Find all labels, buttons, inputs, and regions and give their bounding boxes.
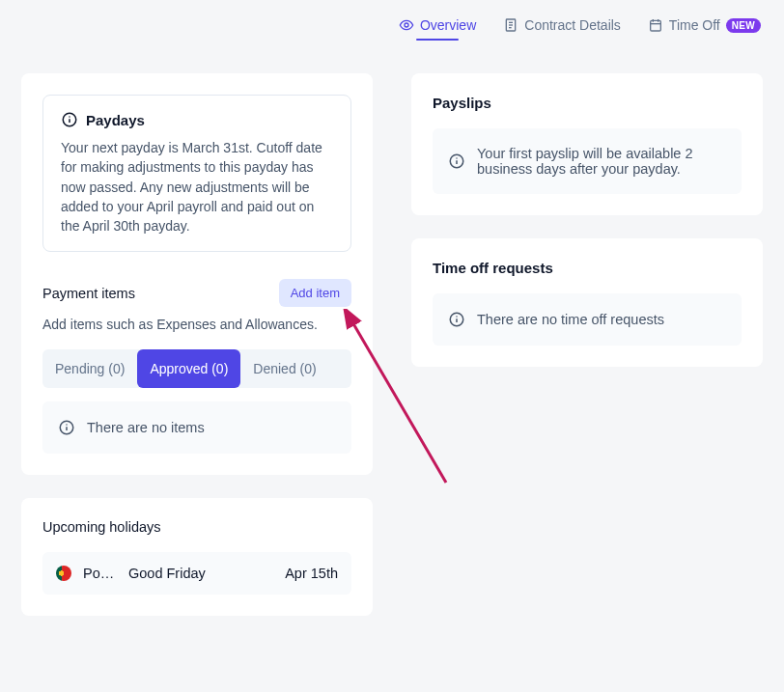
timeoff-title: Time off requests xyxy=(433,260,742,276)
info-icon xyxy=(448,311,465,328)
timeoff-empty: There are no time off requests xyxy=(433,293,742,346)
tab-time-off[interactable]: Time Off NEW xyxy=(648,17,761,44)
paydays-notice-head: Paydays xyxy=(61,111,333,128)
holidays-card: Upcoming holidays Por… Good Friday Apr 1… xyxy=(21,498,373,616)
tab-overview[interactable]: Overview xyxy=(399,17,476,44)
calendar-icon xyxy=(648,17,663,33)
tab-contract-details[interactable]: Contract Details xyxy=(503,17,621,44)
paydays-body: Your next payday is March 31st. Cutoff d… xyxy=(61,138,333,235)
tab-timeoff-label: Time Off xyxy=(669,17,720,33)
pill-denied[interactable]: Denied (0) xyxy=(240,349,328,388)
document-icon xyxy=(503,17,518,33)
paydays-title: Paydays xyxy=(86,112,145,128)
info-icon xyxy=(61,111,78,128)
pill-approved[interactable]: Approved (0) xyxy=(137,349,240,388)
page-body: Paydays Your next payday is March 31st. … xyxy=(0,44,784,639)
info-icon xyxy=(448,152,465,170)
tab-contract-label: Contract Details xyxy=(524,17,621,33)
paydays-and-items-card: Paydays Your next payday is March 31st. … xyxy=(21,73,373,475)
top-tabs: Overview Contract Details Time Off NEW xyxy=(0,0,784,44)
payment-items-empty: There are no items xyxy=(42,401,351,454)
left-column: Paydays Your next payday is March 31st. … xyxy=(21,73,373,639)
portugal-flag-icon xyxy=(56,566,71,581)
holiday-row: Por… Good Friday Apr 15th xyxy=(42,552,351,595)
info-icon xyxy=(58,419,75,436)
payslips-empty: Your first payslip will be available 2 b… xyxy=(433,128,742,194)
payslips-card: Payslips Your first payslip will be avai… xyxy=(411,73,763,215)
eye-icon xyxy=(399,17,414,33)
payslips-empty-text: Your first payslip will be available 2 b… xyxy=(477,146,726,177)
payment-items-empty-text: There are no items xyxy=(87,420,205,435)
svg-point-20 xyxy=(456,316,458,318)
holiday-name: Good Friday xyxy=(128,566,273,581)
svg-point-0 xyxy=(405,23,408,27)
payslips-title: Payslips xyxy=(433,95,742,111)
svg-point-17 xyxy=(456,157,458,159)
payment-items-subtitle: Add items such as Expenses and Allowance… xyxy=(42,317,351,332)
timeoff-empty-text: There are no time off requests xyxy=(477,312,664,327)
svg-rect-5 xyxy=(651,20,661,31)
tab-overview-label: Overview xyxy=(420,17,476,33)
holidays-title: Upcoming holidays xyxy=(42,519,351,535)
svg-point-14 xyxy=(66,425,68,427)
right-column: Payslips Your first payslip will be avai… xyxy=(411,73,763,639)
payment-items-tabs: Pending (0) Approved (0) Denied (0) xyxy=(42,349,351,388)
pill-pending[interactable]: Pending (0) xyxy=(42,349,137,388)
new-badge: NEW xyxy=(726,18,761,33)
add-item-button[interactable]: Add item xyxy=(279,279,351,307)
payment-items-title: Payment items xyxy=(42,286,135,301)
holiday-date: Apr 15th xyxy=(285,566,338,581)
paydays-notice: Paydays Your next payday is March 31st. … xyxy=(42,95,351,252)
payment-items-head: Payment items Add item xyxy=(42,279,351,307)
timeoff-card: Time off requests There are no time off … xyxy=(411,238,763,367)
svg-point-11 xyxy=(69,116,70,118)
holiday-country: Por… xyxy=(83,566,117,581)
